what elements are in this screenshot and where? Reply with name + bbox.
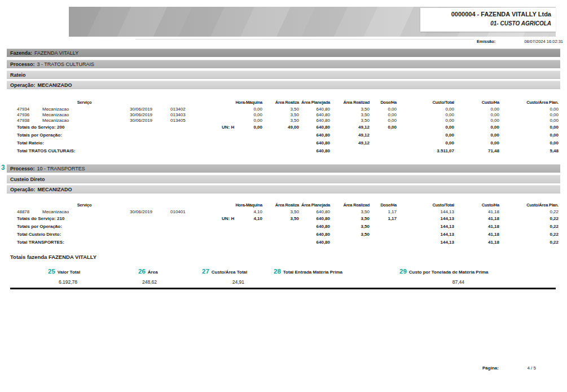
cell-ap: 640,80 xyxy=(299,230,330,238)
column-header: Área Realizad xyxy=(330,199,370,209)
header-spacer xyxy=(169,96,212,106)
cost-table-transportes: ServiçoHora-MáquinaÁrea RealizaÁrea Plan… xyxy=(7,199,559,246)
total-label: Totais do Serviço: 200 xyxy=(7,123,212,131)
cell-ard: 3,50 xyxy=(330,106,370,112)
service-un xyxy=(212,209,242,214)
service-code: 013402 xyxy=(169,106,212,112)
table-header-row: ServiçoHora-MáquinaÁrea RealizaÁrea Plan… xyxy=(7,96,559,106)
cell-ap: 640,80 xyxy=(299,214,330,222)
farm-totals-title: Totais fazenda FAZENDA VITALLY xyxy=(10,254,96,260)
cell-dose xyxy=(370,238,397,246)
total-row: Totais por Operação:640,803,50144,1341,1… xyxy=(7,222,559,230)
cell-ap: 640,80 xyxy=(299,131,330,139)
cell-ar xyxy=(262,139,299,147)
cell-dose xyxy=(370,222,397,230)
cell-hm: 4,10 xyxy=(242,214,262,222)
cell-cha: 0,00 xyxy=(454,139,499,147)
service-id: 48878 xyxy=(7,209,41,214)
total-row: Total Custeio Direto:640,803,50144,1341,… xyxy=(7,230,559,238)
metric-custo-tonelada-materia-prima: 29Custo por Tonelada de Matéria Prima xyxy=(399,266,489,276)
cell-dose: 0,00 xyxy=(370,112,397,117)
cell-cha: 41,18 xyxy=(454,238,499,246)
emission-label: Emissão: xyxy=(477,39,495,44)
cell-cap: 0,00 xyxy=(499,131,559,139)
band-fazenda: Fazenda:FAZENDA VITALLY xyxy=(7,49,560,57)
column-header: Hora-Máquina xyxy=(212,199,262,209)
service-date: 30/06/2019 xyxy=(128,112,169,117)
cell-ct: 144,13 xyxy=(397,222,454,230)
cell-cha: 41,18 xyxy=(454,209,499,214)
cell-hm xyxy=(242,139,262,147)
band-processo-tratos-culturais: Processo:3 - TRATOS CULTURAIS xyxy=(7,60,560,68)
cell-ct: 0,00 xyxy=(397,112,454,117)
cell-hm: 0,00 xyxy=(242,106,262,112)
metric-label: Área xyxy=(148,270,158,275)
cell-cap: 5,48 xyxy=(499,147,559,155)
header-spacer xyxy=(169,199,212,209)
cell-ar xyxy=(262,222,299,230)
cell-dose xyxy=(370,147,397,155)
column-header: Custo/Área Plan. xyxy=(499,96,559,106)
cell-cap: 0,22 xyxy=(499,222,559,230)
service-id: 47934 xyxy=(7,106,41,112)
metric-value: 24,91 xyxy=(202,279,244,285)
column-header: Área Realiza xyxy=(262,199,299,209)
column-header: Custo/Ha xyxy=(454,96,499,106)
band-processo-transportes: Processo:10 - TRANSPORTES xyxy=(7,164,560,173)
service-row: 47938Mecanizacao30/06/20190134050,003,50… xyxy=(7,117,559,123)
band-value: FAZENDA VITALLY xyxy=(34,50,78,56)
cell-ar: 3,50 xyxy=(262,106,299,112)
cell-dose xyxy=(370,131,397,139)
total-un: UN: H xyxy=(212,214,242,222)
column-header: Custo/Total xyxy=(397,96,454,106)
cell-hm xyxy=(242,230,262,238)
cell-ard: 3,50 xyxy=(330,117,370,123)
metric-area: 26Área xyxy=(138,266,158,276)
metric-label: Total Entrada Matéria Prima xyxy=(283,270,342,275)
cell-ct: 144,13 xyxy=(397,230,454,238)
cell-hm xyxy=(242,131,262,139)
metric-number: 25 xyxy=(48,268,55,275)
band-rateio: Rateio xyxy=(7,71,560,79)
page-number: 4 / 5 xyxy=(527,365,536,371)
service-name: Mecanizacao xyxy=(41,209,128,214)
total-label: Totais por Operação: xyxy=(7,222,212,230)
metric-total-entrada-materia-prima: 28Total Entrada Matéria Prima xyxy=(274,266,342,276)
cell-ar: 3,50 xyxy=(262,214,299,222)
report-page: 0000004 - FAZENDA VITALLY Ltda 01- CUSTO… xyxy=(0,0,567,392)
service-row: 48878Mecanizacao30/06/20190104014,103,50… xyxy=(7,209,559,214)
cell-ard: 3,50 xyxy=(330,214,370,222)
summary-divider xyxy=(10,288,556,289)
service-un xyxy=(212,117,242,123)
cell-dose: 1,17 xyxy=(370,209,397,214)
cell-ap: 640,80 xyxy=(299,106,330,112)
column-header: Área Planejada xyxy=(299,199,330,209)
service-code: 013405 xyxy=(169,117,212,123)
cell-ard xyxy=(330,238,370,246)
service-id: 47936 xyxy=(7,112,41,117)
cell-cha: 41,18 xyxy=(454,222,499,230)
metric-number: 28 xyxy=(274,268,281,275)
total-label: Totais do Serviço: 210 xyxy=(7,214,212,222)
total-row: Total Rateio:640,8049,120,000,000,00 xyxy=(7,139,559,147)
cell-ard: 3,50 xyxy=(330,222,370,230)
cell-cha: 41,18 xyxy=(454,230,499,238)
total-label: Total Rateio: xyxy=(7,139,212,147)
total-un xyxy=(212,139,242,147)
cell-ap: 640,80 xyxy=(299,238,330,246)
cell-cap: 0,22 xyxy=(499,238,559,246)
cell-hm xyxy=(242,238,262,246)
column-header: Área Realizad xyxy=(330,96,370,106)
cell-hm: 0,00 xyxy=(242,117,262,123)
company-name: 0000004 - FAZENDA VITALLY Ltda xyxy=(420,10,551,19)
total-label: Total TRANSPORTES: xyxy=(7,238,212,246)
metric-number: 29 xyxy=(399,268,407,275)
metric-valor-total: 25Valor Total xyxy=(48,266,80,276)
total-label: Total Custeio Direto: xyxy=(7,230,212,238)
cell-ard: 3,50 xyxy=(330,112,370,117)
cell-cap: 0,22 xyxy=(499,230,559,238)
cell-ct: 0,00 xyxy=(397,123,454,131)
band-value: MECANIZADO xyxy=(38,82,72,88)
cell-cha: 41,18 xyxy=(454,214,499,222)
service-date: 30/06/2019 xyxy=(128,117,169,123)
